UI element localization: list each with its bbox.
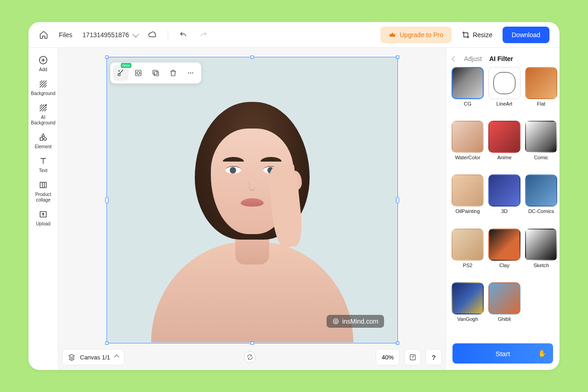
- undo-icon[interactable]: [178, 30, 188, 40]
- delete-tool[interactable]: [165, 65, 181, 81]
- filter-thumbnail: [488, 229, 520, 261]
- filter-thumbnail: [525, 121, 557, 153]
- filter-label: CG: [464, 101, 472, 106]
- filter-thumbnail: [525, 67, 557, 99]
- resize-handle-tl[interactable]: [105, 56, 108, 59]
- collage-icon: [38, 180, 48, 190]
- sidebar-item-text[interactable]: Text: [29, 156, 57, 174]
- filter-thumbnail: [488, 282, 520, 314]
- filter-label: Anime: [497, 155, 511, 160]
- upgrade-button[interactable]: Upgrade to Pro: [380, 27, 452, 43]
- filter-dc-comics[interactable]: DC-Comics: [525, 174, 557, 224]
- more-tool[interactable]: [183, 65, 198, 81]
- resize-handle-tr[interactable]: [396, 56, 399, 59]
- sidebar-item-label: Add: [39, 67, 47, 73]
- filter-label: VanGogh: [457, 316, 478, 322]
- filter-thumbnail: [452, 174, 484, 207]
- filter-label: Sketch: [533, 263, 549, 268]
- filter-ps2[interactable]: PS2: [452, 229, 484, 278]
- filter-label: WaterColor: [455, 155, 480, 160]
- filter-comic[interactable]: Comic: [525, 121, 557, 170]
- filter-thumbnail: [452, 121, 484, 153]
- sidebar-item-label: AI Background: [31, 115, 55, 126]
- sidebar-item-label: Product collage: [35, 192, 51, 203]
- panel-tabs: Adjust AI Filter: [446, 48, 560, 67]
- filter-thumbnail: [452, 67, 484, 99]
- filter-sketch[interactable]: Sketch: [525, 229, 557, 278]
- layers-icon: [68, 353, 75, 361]
- filename-dropdown[interactable]: 1713149551876: [83, 31, 137, 39]
- resize-handle-tm[interactable]: [250, 56, 254, 59]
- tab-ai-filter[interactable]: AI Filter: [489, 55, 513, 62]
- zoom-level[interactable]: 40%: [376, 349, 400, 365]
- sidebar-item-add[interactable]: Add: [29, 55, 57, 73]
- filter-cg[interactable]: CG: [452, 67, 484, 116]
- filter-oilpainting[interactable]: OilPainting: [452, 174, 484, 224]
- files-menu[interactable]: Files: [59, 31, 73, 39]
- svg-point-12: [190, 73, 191, 73]
- filter-clay[interactable]: Clay: [488, 229, 520, 278]
- svg-point-15: [335, 320, 337, 322]
- start-button[interactable]: Start ✋: [452, 343, 553, 364]
- filter-label: 3D: [501, 208, 508, 214]
- sidebar-item-element[interactable]: Element: [29, 132, 57, 150]
- filter-thumbnail: [452, 282, 484, 314]
- filter-label: Ghibli: [498, 316, 511, 322]
- resize-handle-mr[interactable]: [396, 197, 399, 203]
- sidebar-item-upload[interactable]: Upload: [29, 209, 57, 227]
- history-button[interactable]: [404, 349, 421, 365]
- svg-point-1: [45, 105, 46, 106]
- sidebar-item-label: Text: [39, 168, 47, 174]
- sidebar-item-ai-background[interactable]: AI Background: [29, 103, 57, 126]
- watermark-icon: [332, 318, 339, 325]
- filter-vangogh[interactable]: VanGogh: [452, 282, 484, 331]
- filter-ghibli[interactable]: Ghibli: [488, 282, 520, 331]
- home-icon[interactable]: [39, 30, 49, 40]
- filter-watercolor[interactable]: WaterColor: [452, 121, 484, 170]
- back-icon[interactable]: [452, 56, 458, 62]
- download-button[interactable]: Download: [503, 27, 549, 43]
- chevron-down-icon: [132, 31, 139, 37]
- canvas-pager[interactable]: Canvas 1/1: [62, 349, 124, 365]
- help-button[interactable]: ?: [425, 349, 442, 365]
- filter-label: PS2: [463, 263, 473, 268]
- filter-anime[interactable]: Anime: [488, 121, 520, 170]
- svg-rect-9: [154, 72, 158, 76]
- zoom-label: 40%: [382, 354, 394, 361]
- refresh-icon[interactable]: [244, 351, 256, 363]
- filter-label: Comic: [534, 155, 548, 160]
- filter-flat[interactable]: Flat: [525, 67, 557, 116]
- app-window: Files 1713149551876 Upgrade to Pro Resiz…: [28, 22, 560, 370]
- ai-magic-tool[interactable]: New: [113, 65, 129, 81]
- filter-label: Flat: [537, 101, 545, 106]
- text-icon: [38, 156, 48, 166]
- canvas-area[interactable]: New: [58, 48, 446, 370]
- tab-adjust[interactable]: Adjust: [464, 55, 482, 62]
- sidebar-item-product-collage[interactable]: Product collage: [29, 180, 57, 203]
- crop-icon: [462, 31, 470, 39]
- resize-handle-ml[interactable]: [105, 197, 108, 203]
- upload-icon: [38, 209, 48, 219]
- resize-handle-bl[interactable]: [105, 342, 108, 345]
- filter-3d[interactable]: 3D: [488, 174, 520, 224]
- left-sidebar: Add Background AI Background Element: [28, 48, 58, 370]
- cloud-sync-icon[interactable]: [147, 30, 158, 40]
- duplicate-tool[interactable]: [148, 65, 164, 81]
- plus-circle-icon: [38, 55, 48, 65]
- svg-point-14: [334, 319, 339, 324]
- filters-grid: CG LineArt Flat WaterColor Anime: [446, 67, 560, 337]
- artboard[interactable]: New: [107, 58, 397, 342]
- filter-label: DC-Comics: [528, 208, 554, 214]
- filter-label: OilPainting: [455, 208, 480, 214]
- start-label: Start: [496, 350, 510, 358]
- shapes-icon: [38, 132, 48, 142]
- filter-thumbnail: [488, 67, 520, 99]
- resize-button[interactable]: Resize: [462, 31, 492, 39]
- mask-tool[interactable]: [130, 65, 146, 81]
- chevrons-up-icon: [114, 354, 119, 359]
- resize-handle-br[interactable]: [396, 342, 399, 345]
- redo-icon[interactable]: [198, 30, 209, 40]
- sidebar-item-background[interactable]: Background: [29, 79, 57, 96]
- filename-label: 1713149551876: [83, 31, 129, 39]
- filter-lineart[interactable]: LineArt: [488, 67, 520, 116]
